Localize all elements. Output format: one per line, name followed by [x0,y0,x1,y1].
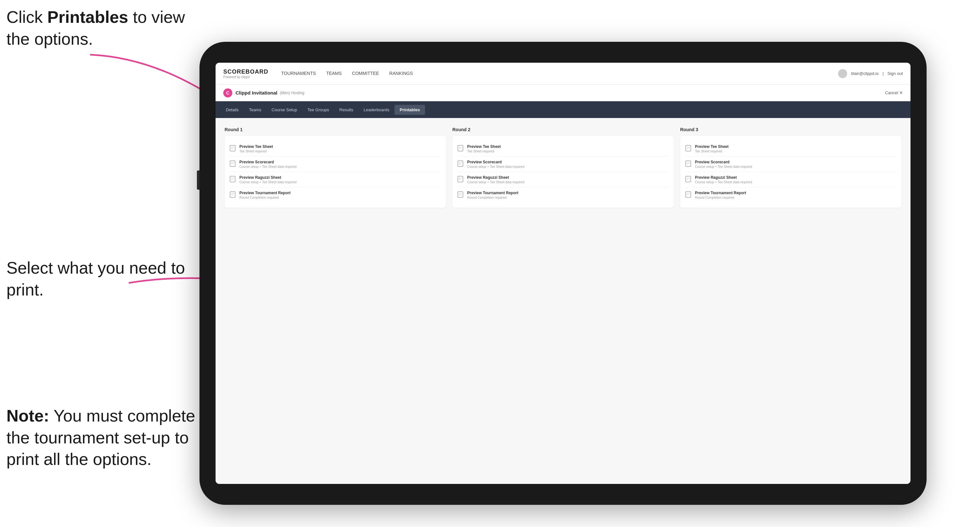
svg-rect-2 [230,145,235,151]
cancel-button[interactable]: Cancel ✕ [885,90,903,95]
tournament-tag: (Men) [280,90,290,95]
top-nav: SCOREBOARD Powered by clippd TOURNAMENTS… [216,63,910,84]
raguzzi-r3-icon [685,176,692,184]
nav-rankings[interactable]: RANKINGS [389,71,413,76]
round-3-section: Round 3 Preview Tee Sheet Tee Sheet requ… [680,127,902,208]
scorecard-r2-icon [458,160,464,168]
user-email: blair@clippd.io [851,71,878,76]
round-2-raguzzi[interactable]: Preview Raguzzi Sheet Course setup + Tee… [458,172,668,187]
round-3-card: Preview Tee Sheet Tee Sheet required Pre… [680,136,902,208]
nav-committee[interactable]: COMMITTEE [352,71,379,76]
main-content: Round 1 [216,118,910,484]
tournament-report-icon [230,191,236,199]
svg-rect-18 [458,145,463,151]
round-3-tee-sheet[interactable]: Preview Tee Sheet Tee Sheet required [685,141,896,157]
round-2-tournament-report[interactable]: Preview Tournament Report Round Completi… [458,187,668,203]
round-1-section: Round 1 [224,127,446,208]
tournament-report-r3-icon [685,191,692,199]
top-nav-right: blair@clippd.io | Sign out [838,69,903,78]
sign-out-link[interactable]: Sign out [887,71,903,76]
round-2-raguzzi-text: Preview Raguzzi Sheet Course setup + Tee… [467,175,668,184]
tablet-frame: SCOREBOARD Powered by clippd TOURNAMENTS… [199,42,927,505]
logo-area: SCOREBOARD Powered by clippd [223,68,268,79]
instruction-bottom-text: Note: You must complete the tournament s… [6,406,195,468]
scorecard-r3-icon [685,160,692,168]
scorecard-icon [230,160,236,168]
round-1-raguzzi[interactable]: Preview Raguzzi Sheet Course setup + Tee… [230,172,441,187]
svg-rect-10 [230,176,235,182]
svg-rect-6 [230,161,235,167]
round-1-title: Round 1 [224,127,446,132]
tournament-header: C Clippd Invitational (Men) Hosting Canc… [216,84,910,101]
raguzzi-r2-icon [458,176,464,184]
tab-leaderboards[interactable]: Leaderboards [358,105,395,115]
instruction-top-text: Click Printables to view the options. [6,8,185,48]
round-1-scorecard[interactable]: Preview Scorecard Course setup + Tee She… [230,157,441,172]
tab-results[interactable]: Results [334,105,358,115]
logo-sub: Powered by clippd [223,75,268,79]
round-3-tournament-report[interactable]: Preview Tournament Report Round Completi… [685,187,896,203]
round-1-scorecard-text: Preview Scorecard Course setup + Tee She… [239,160,441,168]
round-2-scorecard[interactable]: Preview Scorecard Course setup + Tee She… [458,157,668,172]
tab-tee-groups[interactable]: Tee Groups [302,105,334,115]
tablet-screen: SCOREBOARD Powered by clippd TOURNAMENTS… [216,63,910,484]
svg-rect-14 [230,192,235,197]
top-nav-links: TOURNAMENTS TEAMS COMMITTEE RANKINGS [281,71,838,76]
round-3-raguzzi[interactable]: Preview Raguzzi Sheet Course setup + Tee… [685,172,896,187]
svg-rect-38 [686,161,691,167]
logo-text: SCOREBOARD [223,68,268,75]
tee-sheet-r2-icon [458,145,464,153]
tab-bar: Details Teams Course Setup Tee Groups Re… [216,101,910,118]
svg-rect-22 [458,161,463,167]
round-2-tee-sheet[interactable]: Preview Tee Sheet Tee Sheet required [458,141,668,157]
tab-course-setup[interactable]: Course Setup [266,105,302,115]
tournament-report-r2-icon [458,191,464,199]
round-2-tournament-report-text: Preview Tournament Report Round Completi… [467,190,668,199]
tournament-logo-icon: C [223,89,232,97]
round-3-title: Round 3 [680,127,902,132]
round-1-tee-sheet[interactable]: Preview Tee Sheet Tee Sheet required [230,141,441,157]
nav-tournaments[interactable]: TOURNAMENTS [281,71,316,76]
round-1-card: Preview Tee Sheet Tee Sheet required [224,136,446,208]
tee-sheet-r3-icon [685,145,692,153]
instruction-top: Click Printables to view the options. [6,6,193,50]
round-2-section: Round 2 Preview Tee Sheet Tee Sheet requ… [452,127,674,208]
round-1-raguzzi-text: Preview Raguzzi Sheet Course setup + Tee… [239,175,441,184]
round-3-scorecard-text: Preview Scorecard Course setup + Tee She… [695,160,896,168]
svg-rect-46 [686,192,691,197]
side-button [197,170,199,190]
round-2-tee-sheet-text: Preview Tee Sheet Tee Sheet required [467,144,668,153]
nav-separator: | [883,71,883,76]
svg-rect-26 [458,176,463,182]
instruction-bottom: Note: You must complete the tournament s… [6,405,212,470]
round-3-raguzzi-text: Preview Raguzzi Sheet Course setup + Tee… [695,175,896,184]
tournament-name: Clippd Invitational [235,90,277,95]
round-3-tournament-report-text: Preview Tournament Report Round Completi… [695,190,896,199]
tee-sheet-icon [230,145,236,153]
round-1-tee-sheet-text: Preview Tee Sheet Tee Sheet required [239,144,441,153]
tab-details[interactable]: Details [221,105,244,115]
svg-rect-34 [686,145,691,151]
round-1-tournament-report-text: Preview Tournament Report Round Completi… [239,190,441,199]
user-avatar [838,69,847,78]
tab-printables[interactable]: Printables [395,105,425,115]
round-3-scorecard[interactable]: Preview Scorecard Course setup + Tee She… [685,157,896,172]
round-3-tee-sheet-text: Preview Tee Sheet Tee Sheet required [695,144,896,153]
round-2-card: Preview Tee Sheet Tee Sheet required Pre… [452,136,674,208]
tournament-status: Hosting [291,90,304,95]
nav-teams[interactable]: TEAMS [326,71,342,76]
round-2-title: Round 2 [452,127,674,132]
tab-teams[interactable]: Teams [244,105,266,115]
round-1-tournament-report[interactable]: Preview Tournament Report Round Completi… [230,187,441,203]
svg-rect-42 [686,176,691,182]
round-2-scorecard-text: Preview Scorecard Course setup + Tee She… [467,160,668,168]
svg-rect-30 [458,192,463,197]
rounds-grid: Round 1 [224,127,902,208]
raguzzi-icon [230,176,236,184]
